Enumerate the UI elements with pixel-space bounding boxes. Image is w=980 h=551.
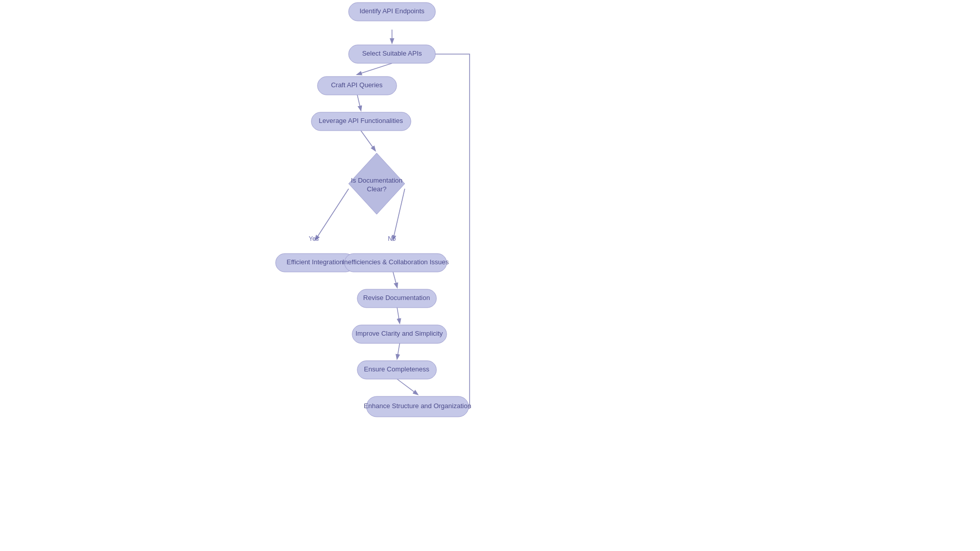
node-decision-text2: Clear? — [367, 185, 386, 193]
arrow-back-loop — [406, 54, 470, 409]
arrow-select-craft — [357, 63, 392, 74]
label-yes: Yes — [309, 235, 319, 242]
arrow-decision-efficient — [315, 189, 349, 240]
node-efficient-text: Efficient Integration — [286, 258, 343, 266]
node-revise-text: Revise Documentation — [363, 294, 430, 302]
node-select-text: Select Suitable APIs — [362, 49, 422, 57]
arrow-improve-ensure — [397, 343, 400, 359]
label-no: No — [388, 235, 396, 242]
node-enhance-text: Enhance Structure and Organization — [364, 402, 471, 410]
node-decision-text1: Is Documentation — [351, 177, 402, 184]
node-ensure-text: Ensure Completeness — [364, 365, 429, 373]
arrow-leverage-decision — [361, 131, 375, 151]
node-leverage-text: Leverage API Functionalities — [319, 117, 403, 124]
arrow-decision-inefficiencies — [393, 189, 405, 240]
node-identify-text: Identify API Endpoints — [359, 7, 425, 15]
node-craft-text: Craft API Queries — [331, 81, 383, 89]
arrow-craft-leverage — [357, 95, 361, 110]
arrow-inefficiencies-revise — [393, 272, 397, 287]
node-improve-text: Improve Clarity and Simplicity — [355, 330, 443, 337]
arrow-revise-improve — [397, 308, 400, 323]
arrow-ensure-enhance — [397, 379, 418, 394]
flowchart-container: Identify API Endpoints Select Suitable A… — [0, 0, 980, 551]
node-inefficiencies-text: Inefficiencies & Collaboration Issues — [342, 258, 449, 266]
